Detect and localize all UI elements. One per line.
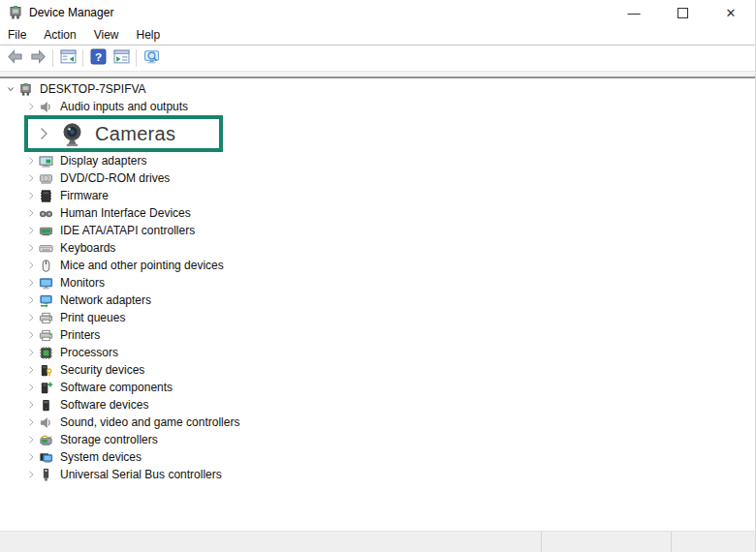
tree-item-software-devices[interactable]: Software devices	[0, 396, 755, 414]
tree-item-audio-inputs-and-outputs[interactable]: Audio inputs and outputs	[0, 98, 755, 115]
properties-icon	[113, 48, 130, 68]
tree-item-software-components[interactable]: Software components	[0, 379, 755, 396]
scan-hardware-changes-button[interactable]	[140, 46, 163, 70]
tree-item-label: Audio inputs and outputs	[60, 100, 188, 113]
window-title: Device Manager	[29, 6, 113, 19]
software-device-icon	[39, 397, 56, 413]
tree-item-display-adapters[interactable]: Display adapters	[0, 152, 755, 169]
tree-item-label: Cameras	[95, 123, 175, 145]
tree-item-print-queues[interactable]: Print queues	[0, 309, 755, 326]
device-tree: DESKTOP-7SPIFVAAudio inputs and outputsC…	[0, 78, 755, 483]
scan-hardware-icon	[143, 48, 160, 68]
tree-item-processors[interactable]: Processors	[0, 344, 755, 361]
tree-item-label: Mice and other pointing devices	[60, 259, 224, 272]
chevron-right-icon[interactable]	[23, 292, 39, 308]
menu-view[interactable]: View	[85, 26, 128, 44]
chevron-right-icon[interactable]	[23, 327, 39, 343]
console-tree-icon	[60, 48, 77, 68]
chevron-right-icon[interactable]	[23, 449, 39, 465]
chevron-right-icon[interactable]	[23, 170, 39, 186]
tree-item-label: DESKTOP-7SPIFVA	[40, 82, 146, 96]
hid-icon	[39, 205, 56, 221]
chevron-right-icon[interactable]	[23, 414, 39, 430]
tree-item-keyboards[interactable]: Keyboards	[0, 239, 755, 257]
close-button[interactable]: ✕	[707, 0, 755, 25]
tree-item-network-adapters[interactable]: Network adapters	[0, 291, 755, 309]
mouse-icon	[39, 258, 56, 273]
help-icon: ?	[90, 48, 107, 68]
forward-button[interactable]	[26, 46, 49, 70]
chevron-right-icon[interactable]	[23, 380, 39, 395]
toolbar-separator	[136, 49, 137, 67]
chevron-right-icon[interactable]	[23, 362, 39, 378]
tree-item-dvd-cd-rom-drives[interactable]: DVD/CD-ROM drives	[0, 169, 755, 187]
chevron-right-icon[interactable]	[23, 397, 39, 413]
toolbar: ?	[0, 46, 755, 71]
security-device-icon	[39, 362, 56, 378]
webcam-icon	[59, 121, 85, 147]
chevron-right-icon[interactable]	[23, 223, 39, 238]
device-manager-icon	[8, 5, 23, 20]
usb-icon	[39, 467, 56, 482]
chevron-right-icon[interactable]	[23, 188, 39, 203]
tree-item-sound-video-and-game-controllers[interactable]: Sound, video and game controllers	[0, 414, 755, 431]
tree-item-label: System devices	[60, 450, 142, 464]
chevron-right-icon[interactable]	[23, 99, 39, 114]
monitor-icon	[39, 275, 56, 291]
tree-item-monitors[interactable]: Monitors	[0, 274, 755, 291]
chevron-right-icon[interactable]	[23, 205, 39, 221]
toolbar-divider	[0, 71, 755, 78]
sound-controller-icon	[39, 414, 56, 430]
properties-button[interactable]	[110, 46, 133, 70]
tree-item-label: Software components	[60, 381, 173, 394]
chevron-right-icon[interactable]	[23, 240, 39, 256]
computer-device-icon	[18, 81, 36, 97]
arrow-left-icon	[7, 48, 23, 68]
tree-item-storage-controllers[interactable]: Storage controllers	[0, 431, 755, 448]
tree-item-security-devices[interactable]: Security devices	[0, 361, 755, 379]
network-adapter-icon	[39, 292, 56, 308]
tree-item-printers[interactable]: Printers	[0, 326, 755, 344]
status-bar-separator	[671, 532, 672, 552]
tree-item-system-devices[interactable]: System devices	[0, 448, 755, 466]
chevron-right-big-icon[interactable]	[36, 125, 53, 142]
chevron-right-icon[interactable]	[23, 467, 39, 482]
show-console-tree-button[interactable]	[56, 46, 79, 70]
chevron-right-icon[interactable]	[23, 310, 39, 325]
system-device-icon	[39, 449, 56, 465]
menu-bar: FileActionViewHelp	[0, 25, 755, 46]
chevron-right-icon[interactable]	[23, 153, 39, 169]
tree-item-label: Keyboards	[60, 241, 115, 255]
menu-file[interactable]: File	[0, 26, 35, 44]
tree-item-firmware[interactable]: Firmware	[0, 187, 755, 204]
printer-icon	[39, 310, 56, 325]
chevron-right-icon[interactable]	[23, 432, 39, 447]
chevron-right-icon[interactable]	[23, 345, 39, 360]
menu-help[interactable]: Help	[128, 26, 170, 44]
maximize-button[interactable]	[658, 0, 707, 25]
minimize-button[interactable]: —	[610, 0, 658, 25]
tree-item-mice-and-other-pointing-devices[interactable]: Mice and other pointing devices	[0, 257, 755, 274]
printer-icon	[39, 327, 56, 343]
tree-item-cameras-highlighted[interactable]: Cameras	[24, 115, 223, 152]
help-button[interactable]: ?	[86, 46, 110, 70]
menu-action[interactable]: Action	[35, 26, 84, 44]
disc-drive-icon	[39, 170, 56, 186]
svg-text:?: ?	[94, 50, 101, 63]
speaker-icon	[39, 99, 56, 114]
tree-item-universal-serial-bus-controllers[interactable]: Universal Serial Bus controllers	[0, 466, 755, 483]
chevron-right-icon[interactable]	[23, 275, 39, 291]
tree-item-label: Network adapters	[60, 293, 151, 307]
tree-item-label: Security devices	[60, 363, 144, 377]
firmware-icon	[39, 188, 56, 203]
back-button[interactable]	[3, 46, 26, 70]
chevron-right-icon[interactable]	[23, 258, 39, 273]
display-adapter-icon	[39, 153, 56, 169]
tree-item-ide-ata-atapi-controllers[interactable]: IDE ATA/ATAPI controllers	[0, 222, 755, 239]
titlebar: Device Manager — ✕	[0, 0, 755, 25]
chevron-down-icon[interactable]	[3, 81, 18, 97]
device-manager-window: Device Manager — ✕ FileActionViewHelp ? …	[0, 0, 756, 552]
tree-item-human-interface-devices[interactable]: Human Interface Devices	[0, 204, 755, 222]
arrow-right-icon	[30, 48, 47, 68]
tree-item-desktop-7spifva[interactable]: DESKTOP-7SPIFVA	[0, 80, 755, 98]
